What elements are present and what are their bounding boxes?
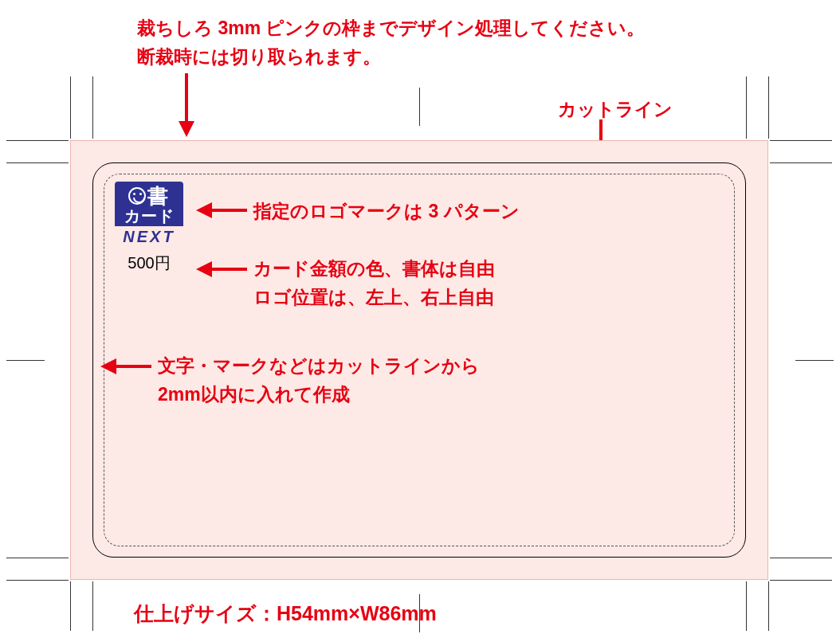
logo-amount: 500円 bbox=[115, 252, 183, 274]
crop-mark bbox=[770, 140, 832, 141]
arrow-left-icon bbox=[194, 201, 247, 220]
crop-mark bbox=[419, 88, 420, 126]
logo-note: 指定のロゴマークは 3 パターン bbox=[253, 198, 520, 225]
crop-mark bbox=[770, 558, 832, 558]
bleed-annotation-line1: 裁ちしろ 3mm ピンクの枠までデザイン処理してください。 bbox=[137, 14, 645, 42]
bleed-annotation-line2: 断裁時には切り取られます。 bbox=[137, 43, 381, 71]
amount-note-line1: カード金額の色、書体は自由 bbox=[253, 255, 495, 283]
svg-marker-5 bbox=[196, 202, 212, 218]
crop-mark bbox=[768, 581, 769, 631]
crop-mark bbox=[746, 76, 747, 139]
arrow-down-icon bbox=[177, 73, 196, 139]
finish-size-label: 仕上げサイズ：H54mm×W86mm bbox=[134, 601, 437, 627]
crop-mark bbox=[770, 162, 832, 163]
safezone-note-line1: 文字・マークなどはカットラインから bbox=[158, 352, 480, 380]
crop-mark bbox=[770, 580, 832, 581]
svg-marker-9 bbox=[100, 358, 116, 374]
safezone-note-line2: 2mm以内に入れて作成 bbox=[158, 381, 350, 409]
card-logo: 書 カード NEXT 500円 bbox=[115, 182, 183, 274]
crop-mark bbox=[6, 580, 69, 581]
crop-mark bbox=[70, 76, 71, 139]
crop-mark bbox=[768, 76, 769, 139]
crop-mark bbox=[92, 76, 93, 139]
logo-row2: カード bbox=[124, 208, 175, 224]
crop-mark bbox=[6, 140, 69, 141]
svg-marker-7 bbox=[196, 261, 212, 277]
logo-next-text: NEXT bbox=[115, 228, 183, 246]
crop-mark bbox=[6, 558, 69, 558]
logo-badge: 書 カード bbox=[115, 182, 183, 226]
logo-row1: 書 bbox=[128, 186, 170, 206]
crop-mark bbox=[795, 360, 834, 361]
amount-note-line2: ロゴ位置は、左上、右上自由 bbox=[253, 284, 494, 311]
arrow-left-icon bbox=[194, 260, 247, 279]
smile-icon bbox=[128, 187, 146, 205]
crop-mark bbox=[92, 581, 93, 631]
crop-mark bbox=[746, 581, 747, 631]
crop-mark bbox=[6, 360, 45, 361]
cutline-label: カットライン bbox=[558, 96, 673, 123]
crop-mark bbox=[70, 581, 71, 631]
arrow-left-icon bbox=[99, 357, 151, 376]
crop-mark bbox=[6, 162, 69, 163]
svg-marker-1 bbox=[179, 121, 194, 137]
logo-kanji: 書 bbox=[147, 186, 170, 206]
